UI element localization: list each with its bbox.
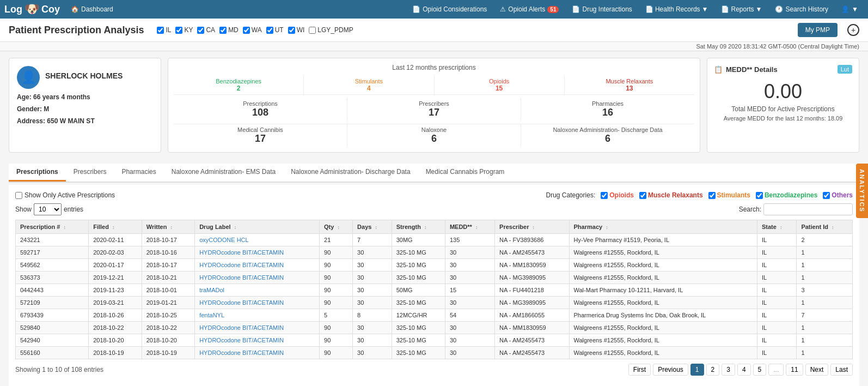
filter-opioids[interactable]: Opioids	[601, 191, 634, 199]
first-page-button[interactable]: First	[628, 364, 651, 376]
next-page-button[interactable]: Next	[805, 364, 829, 376]
top-navigation: Log 🐶 Coy 🏠 Dashboard 📄 Opioid Considera…	[0, 0, 868, 19]
prescriptions-stat: Prescriptions 108	[174, 98, 347, 120]
cell-drug: HYDROcodone BIT/ACETAMIN	[195, 322, 320, 334]
table-row: 536373 2019-12-21 2018-10-21 HYDROcodone…	[16, 272, 853, 284]
pagination-info: Showing 1 to 10 of 108 entries	[15, 366, 103, 373]
page-1-button[interactable]: 1	[690, 364, 704, 376]
state-md[interactable]: MD	[219, 26, 239, 34]
col-strength[interactable]: Strength ↕	[392, 220, 445, 234]
drug-link[interactable]: HYDROcodone BIT/ACETAMIN	[199, 349, 284, 356]
cell-qty: 5	[320, 309, 353, 322]
tab-naloxone-ems[interactable]: Naloxone Administration- EMS Data	[164, 164, 283, 182]
state-filter-group: IL KY CA MD WA UT WI LGY_PDMP	[157, 26, 353, 34]
cell-qty: 90	[320, 259, 353, 272]
cell-state: IL	[757, 322, 796, 334]
analytics-tab[interactable]: ANALYTICS	[856, 164, 868, 218]
col-filled[interactable]: Filled ↕	[89, 220, 142, 234]
drug-link[interactable]: HYDROcodone BIT/ACETAMIN	[199, 249, 284, 256]
search-history-link[interactable]: 🕐 Search History	[769, 3, 834, 15]
state-wa[interactable]: WA	[243, 26, 262, 34]
page-4-button[interactable]: 4	[737, 364, 751, 376]
page-5-button[interactable]: 5	[753, 364, 767, 376]
page-2-button[interactable]: 2	[706, 364, 720, 376]
show-active-checkbox[interactable]	[15, 192, 22, 199]
drug-interactions-link[interactable]: 📄 Drug Interactions	[566, 3, 637, 15]
filter-others[interactable]: Others	[823, 191, 853, 199]
state-ut[interactable]: UT	[266, 26, 284, 34]
cell-strength: 325-10 MG	[392, 334, 445, 347]
col-prescriber[interactable]: Prescriber ↕	[495, 220, 569, 234]
last-page-button[interactable]: Last	[830, 364, 853, 376]
col-days[interactable]: Days ↕	[353, 220, 392, 234]
alerts-badge: 51	[547, 6, 559, 13]
tab-pharmacies[interactable]: Pharmacies	[114, 164, 163, 182]
page-11-button[interactable]: 11	[786, 364, 803, 376]
dashboard-link[interactable]: 🏠 Dashboard	[65, 3, 119, 15]
state-lgy[interactable]: LGY_PDMP	[309, 26, 353, 34]
drug-link[interactable]: HYDROcodone BIT/ACETAMIN	[199, 324, 284, 331]
drug-link[interactable]: fentaNYL	[199, 312, 224, 318]
filter-muscle[interactable]: Muscle Relaxants	[639, 191, 703, 199]
medd-lut-button[interactable]: Lut	[838, 65, 852, 74]
logo[interactable]: Log 🐶 Coy	[4, 2, 60, 16]
cell-medd: 30	[445, 246, 494, 259]
history-icon: 🕐	[775, 5, 783, 13]
col-patient-id[interactable]: Patient Id ↕	[797, 220, 853, 234]
page-3-button[interactable]: 3	[722, 364, 735, 376]
drug-link[interactable]: HYDROcodone BIT/ACETAMIN	[199, 274, 284, 281]
filter-stimulants[interactable]: Stimulants	[708, 191, 750, 199]
health-records-link[interactable]: 📄 Health Records ▼	[640, 3, 714, 15]
entries-select[interactable]: 10 25 50 100	[34, 203, 62, 215]
drug-link[interactable]: oxyCODONE HCL	[199, 237, 248, 243]
col-rx[interactable]: Prescription # ↕	[16, 220, 89, 234]
cell-state: IL	[757, 259, 796, 272]
add-button[interactable]: +	[847, 24, 859, 36]
cell-patient-id: 3	[797, 284, 853, 297]
filter-benzo[interactable]: Benzodiazepines	[756, 191, 817, 199]
user-menu[interactable]: 👤 ▼	[836, 3, 864, 15]
opioid-alerts-link[interactable]: ⚠ Opioid Alerts 51	[494, 3, 564, 15]
state-ca[interactable]: CA	[197, 26, 215, 34]
mypmp-button[interactable]: My PMP	[798, 23, 838, 37]
tab-prescriptions[interactable]: Prescriptions	[9, 164, 66, 182]
cell-qty: 90	[320, 297, 353, 309]
cell-prescriber: NA - AM2455473	[495, 334, 569, 347]
tab-prescribers[interactable]: Prescribers	[66, 164, 114, 182]
cell-patient-id: 1	[797, 334, 853, 347]
state-ky[interactable]: KY	[175, 26, 193, 34]
table-row: 6793439 2018-10-26 2018-10-25 fentaNYL 5…	[16, 309, 853, 322]
table-controls-row2: Show 10 25 50 100 entries Search:	[15, 203, 853, 215]
col-written[interactable]: Written ↕	[142, 220, 194, 234]
cell-rx: 536373	[16, 272, 89, 284]
opioid-considerations-link[interactable]: 📄 Opioid Considerations	[407, 3, 492, 15]
tab-medical-cannabis[interactable]: Medical Cannabis Program	[418, 164, 512, 182]
reports-link[interactable]: 📄 Reports ▼	[716, 3, 767, 15]
cell-written: 2018-10-20	[142, 334, 194, 347]
cell-drug: fentaNYL	[195, 309, 320, 322]
state-wi[interactable]: WI	[288, 26, 305, 34]
show-active-label[interactable]: Show Only Active Prescriptions	[15, 191, 115, 199]
drug-link[interactable]: HYDROcodone BIT/ACETAMIN	[199, 337, 284, 343]
cell-filled: 2019-03-21	[89, 297, 142, 309]
cell-prescriber: NA - MM1830959	[495, 259, 569, 272]
drug-link[interactable]: traMADol	[199, 287, 224, 293]
col-drug[interactable]: Drug Label ↕	[195, 220, 320, 234]
col-pharmacy[interactable]: Pharmacy ↕	[569, 220, 757, 234]
cell-pharmacy: Hy-Vee Pharmacy #1519, Peoria, IL	[569, 234, 757, 246]
previous-page-button[interactable]: Previous	[653, 364, 688, 376]
col-medd[interactable]: MEDD** ↕	[445, 220, 494, 234]
cell-qty: 21	[320, 234, 353, 246]
pharmacies-value: 16	[525, 107, 690, 118]
cell-patient-id: 1	[797, 259, 853, 272]
col-qty[interactable]: Qty ↕	[320, 220, 353, 234]
tab-naloxone-discharge[interactable]: Naloxone Administration- Discharge Data	[283, 164, 418, 182]
search-input[interactable]	[763, 203, 853, 215]
drug-link[interactable]: HYDROcodone BIT/ACETAMIN	[199, 299, 284, 306]
col-state[interactable]: State ↕	[757, 220, 796, 234]
drug-link[interactable]: HYDROcodone BIT/ACETAMIN	[199, 262, 284, 268]
state-il[interactable]: IL	[157, 26, 171, 34]
cell-days: 30	[353, 322, 392, 334]
chevron-down-icon: ▼	[702, 5, 708, 13]
cell-written: 2018-10-01	[142, 284, 194, 297]
